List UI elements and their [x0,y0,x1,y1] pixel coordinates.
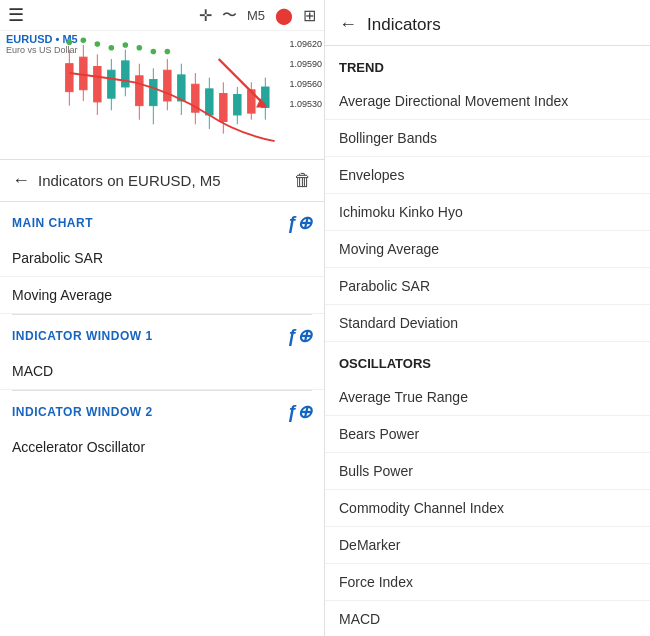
svg-rect-11 [136,76,143,106]
list-item[interactable]: Moving Average [0,277,324,314]
svg-point-37 [165,49,171,55]
svg-point-35 [137,45,143,51]
main-chart-title: MAIN CHART [12,216,93,230]
svg-rect-25 [234,94,241,115]
list-item[interactable]: Bulls Power [325,453,650,490]
delete-indicators-icon[interactable]: 🗑 [294,170,312,191]
indicator-window-2-title: INDICATOR WINDOW 2 [12,405,153,419]
svg-rect-3 [80,57,87,90]
list-item[interactable]: Parabolic SAR [0,240,324,277]
list-item[interactable]: Envelopes [325,157,650,194]
svg-rect-5 [94,66,101,101]
indicators-panel: ← Indicators on EURUSD, M5 🗑 MAIN CHART … [0,160,324,636]
chart-toolbar-left: ☰ [8,4,24,26]
crosshair-icon[interactable]: ✛ [199,6,212,25]
price-1: 1.09620 [289,39,322,49]
svg-rect-21 [206,89,213,115]
indicator-window-1-add-icon[interactable]: ƒ⊕ [287,325,312,347]
list-item[interactable]: Average True Range [325,379,650,416]
svg-rect-9 [122,61,129,87]
svg-rect-15 [164,70,171,101]
svg-point-31 [81,38,87,44]
list-item[interactable]: Commodity Channel Index [325,490,650,527]
indicator-window-1-header: INDICATOR WINDOW 1 ƒ⊕ [0,315,324,353]
indicator-window-2-header: INDICATOR WINDOW 2 ƒ⊕ [0,391,324,429]
list-item[interactable]: Accelerator Oscillator [0,429,324,465]
indicator-window-2-add-icon[interactable]: ƒ⊕ [287,401,312,423]
svg-point-30 [67,39,73,45]
list-item[interactable]: Bears Power [325,416,650,453]
chart-area: ☰ ✛ 〜 M5 ⬤ ⊞ EURUSD • M5 Euro vs US Doll… [0,0,324,160]
indicators-header-left: ← Indicators on EURUSD, M5 [12,170,221,191]
list-item[interactable]: MACD [0,353,324,390]
list-item[interactable]: Force Index [325,564,650,601]
main-chart-add-icon[interactable]: ƒ⊕ [287,212,312,234]
price-3: 1.09560 [289,79,322,89]
right-header: ← Indicators [325,0,650,46]
indicator-window-1-title: INDICATOR WINDOW 1 [12,329,153,343]
chart-toolbar-right: ✛ 〜 M5 ⬤ ⊞ [199,6,316,25]
svg-point-34 [123,42,129,48]
list-item[interactable]: MACD [325,601,650,636]
timeframe-label[interactable]: M5 [247,8,265,23]
main-chart-section-header: MAIN CHART ƒ⊕ [0,202,324,240]
right-back-icon[interactable]: ← [339,14,357,35]
svg-point-32 [95,41,101,47]
list-item[interactable]: Standard Deviation [325,305,650,342]
indicators-back-icon[interactable]: ← [12,170,30,191]
trend-section-title: TREND [325,46,650,83]
svg-point-36 [151,49,157,55]
svg-rect-23 [220,94,227,122]
indicators-on-chart-title: Indicators on EURUSD, M5 [38,172,221,189]
list-item[interactable]: Bollinger Bands [325,120,650,157]
list-item[interactable]: DeMarker [325,527,650,564]
list-item[interactable]: Ichimoku Kinko Hyo [325,194,650,231]
chart-type-icon[interactable]: 〜 [222,6,237,25]
add-chart-icon[interactable]: ⊞ [303,6,316,25]
svg-rect-7 [108,70,115,98]
chart-svg [60,31,284,150]
svg-point-33 [109,45,115,51]
right-panel-title: Indicators [367,15,441,35]
list-item[interactable]: Moving Average [325,231,650,268]
list-item[interactable]: Average Directional Movement Index [325,83,650,120]
indicators-header: ← Indicators on EURUSD, M5 🗑 [0,160,324,202]
oscillators-section-title: OSCILLATORS [325,342,650,379]
chart-header: ☰ ✛ 〜 M5 ⬤ ⊞ [0,0,324,31]
right-panel: ← Indicators TREND Average Directional M… [325,0,650,636]
svg-rect-17 [178,75,185,101]
theme-icon[interactable]: ⬤ [275,6,293,25]
chart-canvas: EURUSD • M5 Euro vs US Dollar 1.09620 1.… [0,31,324,159]
price-2: 1.09590 [289,59,322,69]
price-labels: 1.09620 1.09590 1.09560 1.09530 [289,39,322,109]
left-panel: ☰ ✛ 〜 M5 ⬤ ⊞ EURUSD • M5 Euro vs US Doll… [0,0,325,636]
svg-rect-1 [66,64,73,92]
hamburger-icon[interactable]: ☰ [8,4,24,26]
list-item[interactable]: Parabolic SAR [325,268,650,305]
svg-rect-13 [150,80,157,106]
price-4: 1.09530 [289,99,322,109]
